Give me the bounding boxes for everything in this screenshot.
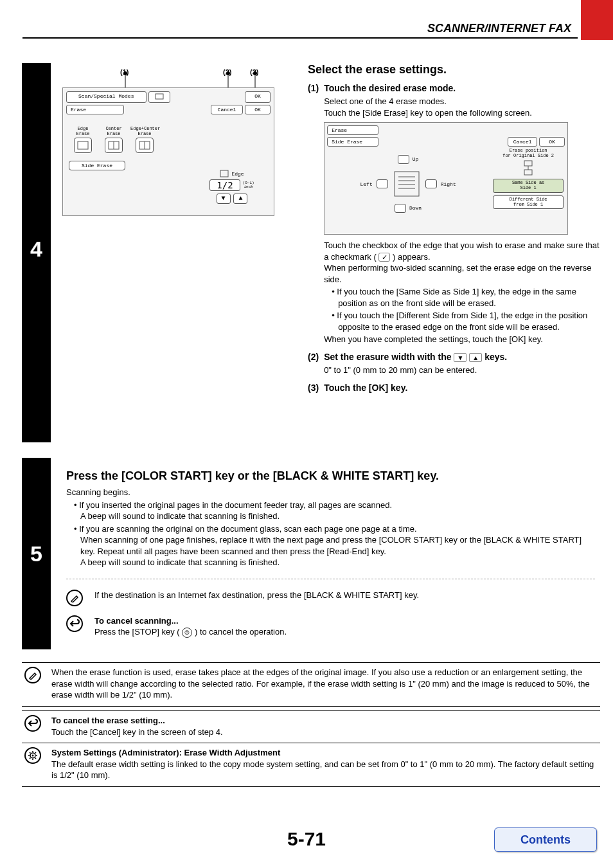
erase-mode-screen: Scan/Special Modes OK Erase Cancel OK Ed…	[62, 87, 274, 216]
info1-text: When the erase function is used, erase t…	[51, 667, 598, 701]
left-label: Left	[360, 181, 373, 187]
ok-button-top[interactable]: OK	[245, 91, 271, 103]
edge-center-erase-label: Edge+Center Erase	[130, 126, 159, 136]
svg-rect-12	[220, 170, 228, 177]
cancel-scanning-text: Press the [STOP] key ( ◎ ) to cancel the…	[94, 626, 287, 638]
page-diagram-icon	[392, 169, 422, 199]
edge-center-erase-icon	[136, 138, 154, 153]
screen1-callouts: (1) (2) (3)	[62, 68, 274, 87]
erase-bar: Erase	[66, 105, 124, 114]
checkmark-icon: ✓	[378, 253, 390, 262]
edge-value: 1/2	[209, 179, 240, 191]
up-key-icon: ▲	[469, 353, 482, 362]
note1-text: If the destination is an Internet fax de…	[94, 590, 419, 601]
back-arrow-icon	[66, 615, 83, 632]
down-checkbox[interactable]	[395, 204, 406, 213]
back-arrow-icon-2	[24, 715, 41, 732]
svg-point-21	[32, 755, 34, 757]
right-label: Right	[441, 181, 456, 187]
s2-cancel-button[interactable]: Cancel	[508, 137, 537, 147]
down-key-icon: ▼	[454, 353, 466, 362]
contents-button[interactable]: Contents	[494, 827, 597, 852]
info2-heading: To cancel the erase setting...	[51, 715, 598, 727]
edge-up-button[interactable]: ▲	[233, 194, 247, 204]
center-erase-icon	[105, 138, 123, 153]
step5-b2: If you are scanning the original on the …	[74, 523, 595, 568]
step-4-gutter: 4	[22, 63, 51, 442]
note-internet-fax: If the destination is an Internet fax de…	[66, 590, 595, 606]
sub1-p3: Touch the checkbox of the edge that you …	[324, 240, 600, 262]
sub1-p1: Select one of the 4 erase modes.	[324, 96, 600, 107]
edge-erase-label: Edge Erase	[69, 126, 97, 136]
sub1-p4: When performing two-sided scanning, set …	[324, 262, 600, 285]
s2-bar1: Erase	[327, 125, 378, 135]
pencil-icon-2	[24, 667, 41, 683]
s2-bar2: Side Erase	[327, 137, 378, 147]
diff-side-button[interactable]: Different Side from Side 1	[493, 195, 564, 209]
sub1-p5: When you have completed the settings, to…	[324, 334, 600, 345]
up-checkbox[interactable]	[398, 155, 409, 164]
step5-b1: If you inserted the original pages in th…	[74, 500, 595, 522]
svg-rect-6	[155, 94, 163, 99]
side-erase-button[interactable]: Side Erase	[69, 161, 125, 170]
side-erase-screen: Erase Side Erase Cancel OK Up Left	[324, 122, 568, 235]
flip-icon	[522, 159, 535, 176]
header-rule	[22, 37, 578, 39]
step5-title: Press the [COLOR START] key or the [BLAC…	[66, 469, 595, 483]
info3-heading: System Settings (Administrator): Erase W…	[51, 747, 598, 759]
s2-ok-button[interactable]: OK	[539, 137, 565, 147]
edge-center-erase-mode[interactable]: Edge+Center Erase	[130, 126, 159, 154]
left-checkbox[interactable]	[377, 179, 388, 188]
pencil-icon	[66, 590, 83, 606]
thumb-icon[interactable]	[148, 91, 170, 103]
svg-rect-13	[395, 172, 419, 196]
same-side-button[interactable]: Same Side as Side 1	[493, 179, 564, 192]
cancel-button[interactable]: Cancel	[211, 105, 243, 114]
svg-rect-18	[524, 161, 532, 166]
down-label: Down	[409, 205, 422, 211]
info3-text: The default erase width setting is linke…	[51, 759, 598, 781]
step5-p1: Scanning begins.	[66, 487, 595, 498]
svg-rect-19	[524, 170, 532, 175]
edge-erase-mode[interactable]: Edge Erase	[69, 126, 97, 154]
center-erase-mode[interactable]: Center Erase	[100, 126, 128, 154]
sub1-heading: Touch the desired erase mode.	[324, 83, 600, 93]
svg-rect-7	[78, 141, 88, 149]
sub2-heading: Set the erasure width with the ▼ ▲ keys.	[324, 352, 600, 362]
sub3-heading: Touch the [OK] key.	[324, 383, 407, 393]
edge-unit: (0~1) inch	[243, 181, 254, 189]
scan-special-modes-bar: Scan/Special Modes	[66, 91, 147, 103]
edge-erase-icon	[74, 138, 92, 153]
step-5-gutter: 5	[22, 458, 51, 649]
center-erase-label: Center Erase	[100, 126, 128, 136]
sub1-p2: Touch the [Side Erase] key to open the f…	[324, 107, 600, 119]
edge-down-button[interactable]: ▼	[217, 194, 231, 204]
sub1-b1: If you touch the [Same Side as Side 1] k…	[332, 286, 600, 309]
cancel-scanning-heading: To cancel scanning...	[94, 615, 287, 627]
step-4-number: 4	[22, 237, 51, 262]
edge-icon	[220, 170, 229, 177]
red-corner	[581, 0, 613, 40]
info2-text: Touch the [Cancel] key in the screen of …	[51, 727, 598, 738]
up-label: Up	[413, 156, 419, 162]
step-5-number: 5	[22, 541, 51, 566]
gear-icon	[24, 747, 41, 764]
dashed-separator	[66, 579, 595, 579]
cancel-scanning-row: To cancel scanning... Press the [STOP] k…	[66, 615, 595, 638]
sub2-p: 0" to 1" (0 mm to 20 mm) can be entered.	[324, 365, 600, 376]
sub1-b2: If you touch the [Different Side from Si…	[332, 310, 600, 332]
edge-label: Edge	[231, 171, 244, 177]
right-checkbox[interactable]	[425, 179, 437, 188]
section-header: SCANNER/INTERNET FAX	[0, 22, 578, 35]
ok-button[interactable]: OK	[245, 105, 271, 114]
sub3-label: (3)	[308, 383, 319, 395]
step4-title: Select the erase settings.	[308, 63, 600, 77]
erase-pos-label: Erase position for Original Side 2	[493, 149, 564, 158]
stop-key-icon: ◎	[182, 628, 192, 638]
sub1-label: (1)	[308, 83, 319, 345]
sub2-label: (2)	[308, 352, 319, 376]
